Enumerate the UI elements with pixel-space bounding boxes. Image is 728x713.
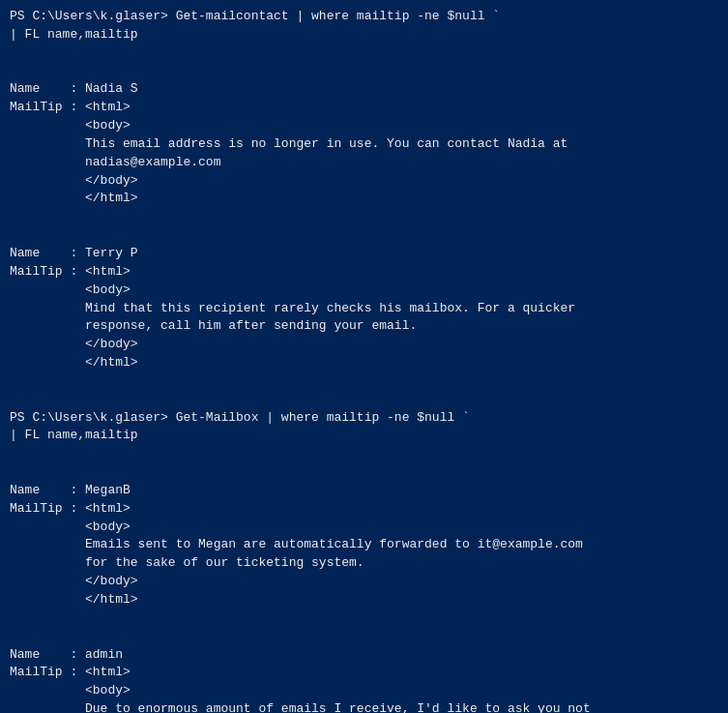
terminal-output: PS C:\Users\k.glaser> Get-mailcontact | … — [10, 8, 718, 713]
terminal-window: PS C:\Users\k.glaser> Get-mailcontact | … — [10, 8, 718, 713]
